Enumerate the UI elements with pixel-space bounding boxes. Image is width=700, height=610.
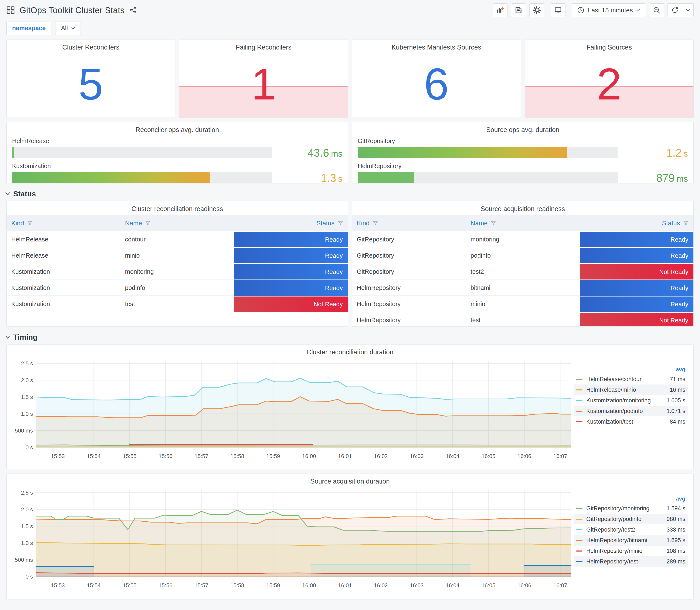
gauge-line: 43.6ms [12, 146, 342, 159]
table-row: HelmRepositorybitnamiReady [352, 280, 694, 296]
column-header-label: Name [125, 220, 142, 227]
legend-item[interactable]: HelmRepository/bitnami1.695 s [573, 535, 688, 546]
dashboard-header: GitOps Toolkit Cluster Stats Last 15 min… [0, 0, 700, 18]
time-series-plot[interactable]: 0 s500 ms1.0 s1.5 s2.0 s2.5 s15:5315:541… [8, 486, 573, 592]
gauge-row-helmrelease: HelmRelease43.6ms [12, 138, 342, 159]
filter-funnel-icon[interactable] [373, 220, 378, 226]
gauge-label: Kustomization [12, 163, 342, 170]
page-title: GitOps Toolkit Cluster Stats [19, 5, 125, 15]
legend-item[interactable]: Kustomization/podinfo1.071 s [573, 406, 688, 416]
legend-item[interactable]: GitRepository/test2338 ms [573, 524, 688, 535]
filter-funnel-icon[interactable] [683, 220, 689, 226]
apps-grid-icon[interactable] [6, 6, 15, 14]
gauge-label: GitRepository [358, 138, 688, 145]
save-dashboard-button[interactable] [511, 3, 526, 17]
stat-value: 5 [6, 62, 175, 107]
table-row: KustomizationtestNot Ready [6, 296, 348, 312]
svg-text:16:04: 16:04 [446, 453, 459, 459]
table-row: GitRepositorymonitoringReady [352, 232, 694, 247]
chart-body: 0 s500 ms1.0 s1.5 s2.0 s2.5 s15:5315:541… [6, 356, 694, 463]
cell-name: podinfo [120, 280, 234, 296]
cell-name: contour [120, 232, 234, 247]
column-header-status[interactable]: Status [234, 220, 348, 227]
table-row: HelmRepositorytestNot Ready [352, 312, 694, 326]
variable-namespace-value-dropdown[interactable]: All [55, 21, 81, 35]
panel-title: Cluster reconciliation duration [6, 344, 694, 356]
column-header-status[interactable]: Status [580, 220, 694, 227]
cell-name: minio [466, 296, 580, 312]
filter-funnel-icon[interactable] [145, 220, 151, 226]
add-panel-button[interactable] [493, 3, 508, 17]
refresh-interval-dropdown[interactable] [682, 4, 694, 17]
cell-name: monitoring [120, 264, 234, 279]
gauge-fill [12, 147, 14, 158]
table-row: HelmReleaseminioReady [6, 248, 348, 263]
column-header-name[interactable]: Name [466, 220, 580, 227]
panel-title: Failing Sources [525, 40, 694, 51]
section-status[interactable]: Status [5, 190, 694, 198]
legend-item[interactable]: Kustomization/test84 ms [573, 416, 688, 427]
cycle-view-mode-button[interactable] [551, 3, 566, 17]
svg-text:16:05: 16:05 [482, 453, 495, 459]
svg-text:15:58: 15:58 [230, 453, 244, 459]
zoom-out-button[interactable] [649, 3, 664, 17]
legend-item[interactable]: HelmRepository/minio108 ms [573, 546, 688, 556]
legend-item[interactable]: GitRepository/podinfo980 ms [573, 514, 688, 524]
share-dashboard-icon[interactable] [129, 6, 137, 14]
section-timing-label: Timing [13, 333, 37, 341]
column-header-kind[interactable]: Kind [6, 220, 120, 227]
legend-series-avg: 16 ms [670, 387, 685, 393]
legend-series-name: Kustomization/test [586, 418, 670, 425]
filter-funnel-icon[interactable] [490, 220, 496, 226]
dashboard-settings-button[interactable] [530, 3, 544, 17]
svg-text:0 s: 0 s [26, 444, 33, 451]
legend-item[interactable]: HelmRepository/test289 ms [573, 556, 688, 567]
stat-value: 2 [525, 62, 694, 107]
cell-kind: HelmRelease [6, 248, 120, 263]
chevron-down-icon [5, 335, 10, 339]
filter-funnel-icon[interactable] [338, 220, 343, 226]
legend-item[interactable]: HelmRelease/minio16 ms [573, 385, 688, 395]
cell-status: Not Ready [580, 264, 694, 279]
stat-panel-1: Cluster Reconcilers5 [6, 39, 175, 118]
legend-item[interactable]: Kustomization/monitoring1.605 s [573, 395, 688, 406]
refresh-button-group [667, 3, 694, 17]
legend-avg-header[interactable]: avg [573, 365, 688, 374]
cell-status: Ready [580, 280, 694, 296]
gauge-track [12, 147, 272, 158]
legend-item[interactable]: GitRepository/monitoring1.594 s [573, 503, 688, 514]
legend-series-name: Kustomization/podinfo [586, 408, 666, 415]
time-range-picker[interactable]: Last 15 minutes [572, 3, 646, 17]
legend-series-name: HelmRepository/test [586, 558, 666, 565]
cell-name: test2 [466, 264, 580, 279]
svg-text:500 ms: 500 ms [15, 428, 33, 434]
svg-text:2.0 s: 2.0 s [21, 506, 33, 513]
gauge-label: HelmRepository [358, 163, 688, 170]
panel-title: Cluster reconciliation readiness [6, 201, 348, 213]
refresh-button[interactable] [668, 4, 682, 17]
cell-name: test [466, 312, 580, 326]
column-header-label: Kind [11, 220, 24, 227]
legend-series-avg: 289 ms [666, 558, 685, 565]
column-header-label: Status [662, 220, 680, 227]
svg-text:16:03: 16:03 [410, 582, 424, 589]
cell-name: test [120, 296, 234, 312]
panel-title: Failing Reconcilers [179, 40, 348, 51]
legend-series-avg: 1.605 s [666, 397, 685, 404]
table-row: GitRepositorypodinfoReady [352, 248, 694, 263]
svg-text:16:06: 16:06 [518, 453, 531, 459]
legend-item[interactable]: HelmRelease/contour71 ms [573, 374, 688, 385]
svg-text:15:53: 15:53 [51, 582, 65, 589]
svg-text:500 ms: 500 ms [15, 557, 33, 563]
cell-kind: HelmRepository [352, 280, 466, 296]
time-series-plot[interactable]: 0 s500 ms1.0 s1.5 s2.0 s2.5 s15:5315:541… [8, 356, 573, 463]
filter-funnel-icon[interactable] [27, 220, 33, 226]
column-header-name[interactable]: Name [120, 220, 234, 227]
legend-avg-header[interactable]: avg [573, 494, 688, 503]
svg-text:1.0 s: 1.0 s [21, 540, 33, 546]
svg-text:0 s: 0 s [26, 574, 33, 580]
column-header-kind[interactable]: Kind [352, 220, 466, 227]
legend-series-dash [576, 389, 583, 390]
legend-series-avg: 71 ms [670, 376, 685, 383]
section-timing[interactable]: Timing [5, 333, 694, 341]
